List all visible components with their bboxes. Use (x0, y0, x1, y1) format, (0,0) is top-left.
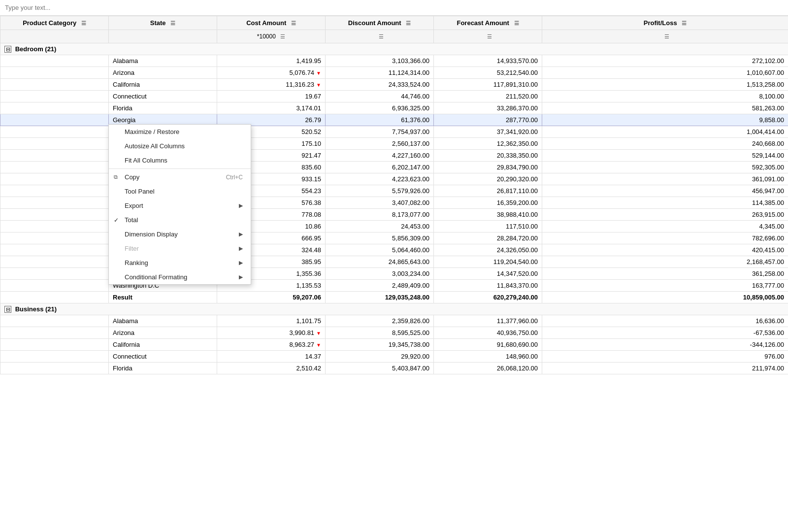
cost-cell: 3,174.01 (217, 102, 326, 114)
profit-menu-icon[interactable]: ☰ (682, 20, 687, 27)
product-cell (0, 162, 109, 173)
table-row: Alabama 1,101.75 2,359,826.00 11,377,960… (0, 315, 788, 327)
context-menu-item: Filter▶ (109, 241, 251, 256)
table-row: Connecticut 14.37 29,920.00 148,960.00 9… (0, 351, 788, 363)
discount-cell: 3,003,234.00 (326, 268, 434, 280)
table-row: Florida 2,510.42 5,403,847.00 26,068,120… (0, 363, 788, 374)
profit-cell: 114,385.00 (542, 197, 788, 209)
discount-cell: 2,489,409.00 (326, 280, 434, 292)
context-menu-item[interactable]: Maximize / Restore (109, 125, 251, 139)
forecast-cell: 14,933,570.00 (434, 55, 542, 67)
context-menu-item[interactable]: ⧉CopyCtrl+C (109, 170, 251, 184)
state-cell: Connecticut (109, 91, 217, 102)
submenu-arrow-icon: ▶ (239, 260, 243, 266)
col-subheader-discount: ☰ (326, 30, 434, 43)
product-cell (0, 67, 109, 79)
forecast-cell: 38,988,410.00 (434, 209, 542, 221)
context-menu-item[interactable]: Tool Panel (109, 184, 251, 199)
discount-cell: 4,227,160.00 (326, 150, 434, 162)
profit-cell: -67,536.00 (542, 327, 788, 339)
business-expand-icon[interactable]: ⊟ (4, 306, 11, 313)
forecast-cell: 117,891,310.00 (434, 79, 542, 91)
context-menu-item[interactable]: Fit All Columns (109, 153, 251, 167)
discount-menu-icon[interactable]: ☰ (406, 20, 411, 27)
product-category-menu-icon[interactable]: ☰ (81, 20, 86, 27)
profit-cell: 1,010,607.00 (542, 67, 788, 79)
profit-cell: 782,696.00 (542, 233, 788, 244)
forecast-cell: 11,843,370.00 (434, 280, 542, 292)
cost-cell: 3,990.81▼ (217, 327, 326, 339)
product-cell (0, 55, 109, 67)
discount-cell: 7,754,937.00 (326, 126, 434, 138)
profit-sub-menu-icon[interactable]: ☰ (664, 33, 669, 40)
profit-cell: 420,415.00 (542, 244, 788, 256)
context-menu-item[interactable]: Dimension Display▶ (109, 227, 251, 241)
col-header-product: Product Category ☰ (0, 16, 109, 30)
product-cell (0, 351, 109, 363)
submenu-arrow-icon: ▶ (239, 245, 243, 252)
forecast-cell: 28,284,720.00 (434, 233, 542, 244)
menu-item-label: Copy (125, 173, 139, 181)
cost-menu-icon[interactable]: ☰ (291, 20, 296, 27)
product-cell (0, 339, 109, 351)
trend-down-icon: ▼ (316, 342, 321, 348)
menu-item-label: Tool Panel (125, 188, 155, 195)
profit-cell: 592,305.00 (542, 162, 788, 173)
bedroom-expand-icon[interactable]: ⊟ (4, 46, 11, 53)
product-cell (0, 185, 109, 197)
forecast-cell: 14,347,520.00 (434, 268, 542, 280)
submenu-arrow-icon: ▶ (239, 202, 243, 209)
forecast-cell: 40,936,750.00 (434, 327, 542, 339)
menu-item-label: Export (125, 202, 143, 209)
col-subheader-forecast: ☰ (434, 30, 542, 43)
context-menu-item[interactable]: Autosize All Columns (109, 139, 251, 153)
forecast-menu-icon[interactable]: ☰ (514, 20, 519, 27)
cost-cell: 19.67 (217, 91, 326, 102)
product-cell (0, 138, 109, 150)
cost-cell: 1,419.95 (217, 55, 326, 67)
profit-cell: -344,126.00 (542, 339, 788, 351)
state-cell: California (109, 339, 217, 351)
discount-cell: 8,173,077.00 (326, 209, 434, 221)
col-header-forecast: Forecast Amount ☰ (434, 16, 542, 30)
state-cell: California (109, 79, 217, 91)
product-cell (0, 256, 109, 268)
check-icon: ✓ (114, 217, 119, 224)
col-subheader-cost: *10000 ☰ (217, 30, 326, 43)
profit-cell: 211,974.00 (542, 363, 788, 374)
copy-icon: ⧉ (114, 174, 118, 180)
context-menu-item[interactable]: ✓Total (109, 213, 251, 227)
product-cell (0, 221, 109, 233)
forecast-sub-menu-icon[interactable]: ☰ (487, 33, 492, 40)
col-subheader-product (0, 30, 109, 43)
trend-down-icon: ▼ (316, 70, 321, 76)
product-cell (0, 197, 109, 209)
table-row: Arizona 5,076.74▼ 11,124,314.00 53,212,5… (0, 67, 788, 79)
result-cost-cell: 59,207.06 (217, 292, 326, 303)
result-state-cell: Result (109, 292, 217, 303)
discount-cell: 61,376.00 (326, 114, 434, 126)
discount-cell: 5,064,460.00 (326, 244, 434, 256)
context-menu-item[interactable]: Export▶ (109, 199, 251, 213)
state-cell: Arizona (109, 67, 217, 79)
profit-cell: 456,947.00 (542, 185, 788, 197)
menu-shortcut: Ctrl+C (226, 174, 243, 181)
cost-cell: 11,316.23▼ (217, 79, 326, 91)
profit-cell: 8,100.00 (542, 91, 788, 102)
trend-down-icon: ▼ (316, 82, 321, 88)
state-cell: Alabama (109, 315, 217, 327)
context-menu-item[interactable]: Conditional Formating▶ (109, 270, 251, 284)
discount-cell: 5,579,926.00 (326, 185, 434, 197)
table-row: Arizona 3,990.81▼ 8,595,525.00 40,936,75… (0, 327, 788, 339)
product-cell (0, 102, 109, 114)
submenu-arrow-icon: ▶ (239, 274, 243, 280)
cost-unit-menu-icon[interactable]: ☰ (280, 33, 285, 40)
profit-cell: 263,915.00 (542, 209, 788, 221)
search-input[interactable] (5, 4, 153, 11)
discount-cell: 2,560,137.00 (326, 138, 434, 150)
discount-sub-menu-icon[interactable]: ☰ (379, 33, 384, 40)
col-header-discount: Discount Amount ☰ (326, 16, 434, 30)
state-menu-icon[interactable]: ☰ (170, 20, 175, 27)
context-menu-item[interactable]: Ranking▶ (109, 256, 251, 270)
state-cell: Alabama (109, 55, 217, 67)
